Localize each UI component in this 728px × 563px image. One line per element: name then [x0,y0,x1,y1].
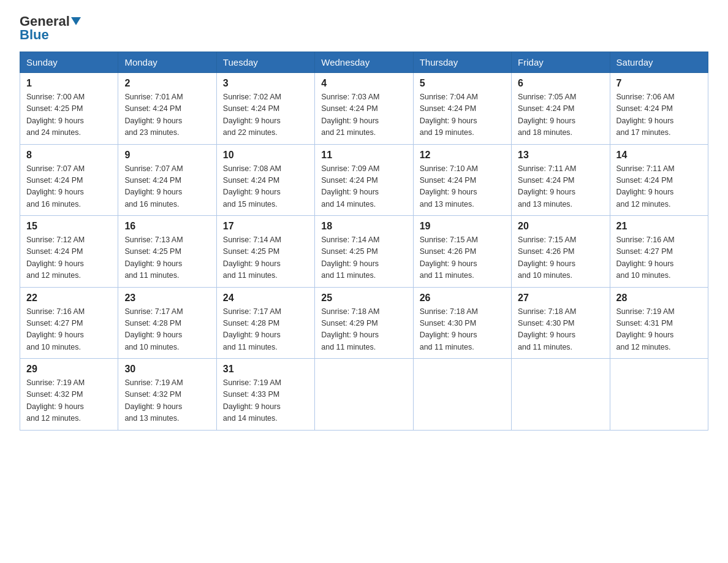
calendar-cell [413,359,511,431]
day-number: 6 [518,78,603,89]
calendar-cell: 20Sunrise: 7:15 AMSunset: 4:26 PMDayligh… [512,216,610,288]
day-number: 26 [420,293,505,304]
calendar-cell: 24Sunrise: 7:17 AMSunset: 4:28 PMDayligh… [216,287,314,359]
day-number: 22 [26,293,112,304]
day-number: 14 [616,150,702,161]
weekday-header-monday: Monday [118,52,216,73]
calendar-cell: 9Sunrise: 7:07 AMSunset: 4:24 PMDaylight… [118,144,216,216]
weekday-header-sunday: Sunday [20,52,118,73]
calendar-cell: 17Sunrise: 7:14 AMSunset: 4:25 PMDayligh… [216,216,314,288]
day-number: 12 [420,150,505,161]
day-info: Sunrise: 7:19 AMSunset: 4:32 PMDaylight:… [26,377,112,425]
day-info: Sunrise: 7:18 AMSunset: 4:30 PMDaylight:… [420,306,505,354]
day-number: 20 [518,221,603,232]
day-info: Sunrise: 7:16 AMSunset: 4:27 PMDaylight:… [26,306,112,354]
logo-blue-text: Blue [20,28,49,42]
day-number: 30 [124,364,210,375]
day-info: Sunrise: 7:19 AMSunset: 4:32 PMDaylight:… [124,377,210,425]
day-number: 21 [616,221,702,232]
day-info: Sunrise: 7:02 AMSunset: 4:24 PMDaylight:… [223,91,308,139]
day-number: 11 [321,150,406,161]
day-info: Sunrise: 7:14 AMSunset: 4:25 PMDaylight:… [321,234,406,282]
day-number: 10 [223,150,308,161]
day-number: 27 [518,293,603,304]
day-number: 19 [420,221,505,232]
calendar-cell: 6Sunrise: 7:05 AMSunset: 4:24 PMDaylight… [512,73,610,145]
day-info: Sunrise: 7:12 AMSunset: 4:24 PMDaylight:… [26,234,112,282]
calendar-cell: 23Sunrise: 7:17 AMSunset: 4:28 PMDayligh… [118,287,216,359]
week-row-4: 22Sunrise: 7:16 AMSunset: 4:27 PMDayligh… [20,287,708,359]
day-number: 2 [124,78,210,89]
weekday-header-thursday: Thursday [413,52,511,73]
day-number: 28 [616,293,702,304]
calendar-cell: 16Sunrise: 7:13 AMSunset: 4:25 PMDayligh… [118,216,216,288]
weekday-header-friday: Friday [512,52,610,73]
calendar-cell [315,359,413,431]
calendar-cell: 19Sunrise: 7:15 AMSunset: 4:26 PMDayligh… [413,216,511,288]
day-number: 25 [321,293,406,304]
day-info: Sunrise: 7:18 AMSunset: 4:30 PMDaylight:… [518,306,603,354]
calendar-table: SundayMondayTuesdayWednesdayThursdayFrid… [20,52,708,431]
day-number: 8 [26,150,112,161]
day-number: 3 [223,78,308,89]
day-info: Sunrise: 7:11 AMSunset: 4:24 PMDaylight:… [518,163,603,211]
calendar-cell: 4Sunrise: 7:03 AMSunset: 4:24 PMDaylight… [315,73,413,145]
calendar-cell: 1Sunrise: 7:00 AMSunset: 4:25 PMDaylight… [20,73,118,145]
calendar-cell: 22Sunrise: 7:16 AMSunset: 4:27 PMDayligh… [20,287,118,359]
day-info: Sunrise: 7:14 AMSunset: 4:25 PMDaylight:… [223,234,308,282]
day-info: Sunrise: 7:17 AMSunset: 4:28 PMDaylight:… [223,306,308,354]
day-number: 4 [321,78,406,89]
day-info: Sunrise: 7:11 AMSunset: 4:24 PMDaylight:… [616,163,702,211]
day-info: Sunrise: 7:07 AMSunset: 4:24 PMDaylight:… [124,163,210,211]
day-info: Sunrise: 7:04 AMSunset: 4:24 PMDaylight:… [420,91,505,139]
day-info: Sunrise: 7:16 AMSunset: 4:27 PMDaylight:… [616,234,702,282]
logo: General Blue [20,15,81,42]
day-info: Sunrise: 7:15 AMSunset: 4:26 PMDaylight:… [518,234,603,282]
day-info: Sunrise: 7:15 AMSunset: 4:26 PMDaylight:… [420,234,505,282]
day-info: Sunrise: 7:03 AMSunset: 4:24 PMDaylight:… [321,91,406,139]
calendar-cell: 13Sunrise: 7:11 AMSunset: 4:24 PMDayligh… [512,144,610,216]
day-number: 17 [223,221,308,232]
day-number: 13 [518,150,603,161]
day-number: 9 [124,150,210,161]
calendar-cell [512,359,610,431]
calendar-cell: 15Sunrise: 7:12 AMSunset: 4:24 PMDayligh… [20,216,118,288]
logo-triangle-icon [71,17,81,25]
day-info: Sunrise: 7:06 AMSunset: 4:24 PMDaylight:… [616,91,702,139]
week-row-3: 15Sunrise: 7:12 AMSunset: 4:24 PMDayligh… [20,216,708,288]
calendar-cell: 8Sunrise: 7:07 AMSunset: 4:24 PMDaylight… [20,144,118,216]
calendar-cell: 25Sunrise: 7:18 AMSunset: 4:29 PMDayligh… [315,287,413,359]
calendar-cell: 18Sunrise: 7:14 AMSunset: 4:25 PMDayligh… [315,216,413,288]
day-number: 15 [26,221,112,232]
calendar-cell: 28Sunrise: 7:19 AMSunset: 4:31 PMDayligh… [610,287,708,359]
day-number: 29 [26,364,112,375]
weekday-header-row: SundayMondayTuesdayWednesdayThursdayFrid… [20,52,708,73]
calendar-cell: 21Sunrise: 7:16 AMSunset: 4:27 PMDayligh… [610,216,708,288]
weekday-header-wednesday: Wednesday [315,52,413,73]
calendar-cell: 30Sunrise: 7:19 AMSunset: 4:32 PMDayligh… [118,359,216,431]
calendar-cell: 29Sunrise: 7:19 AMSunset: 4:32 PMDayligh… [20,359,118,431]
calendar-cell: 14Sunrise: 7:11 AMSunset: 4:24 PMDayligh… [610,144,708,216]
day-number: 1 [26,78,112,89]
day-info: Sunrise: 7:10 AMSunset: 4:24 PMDaylight:… [420,163,505,211]
day-info: Sunrise: 7:01 AMSunset: 4:24 PMDaylight:… [124,91,210,139]
week-row-1: 1Sunrise: 7:00 AMSunset: 4:25 PMDaylight… [20,73,708,145]
calendar-cell: 31Sunrise: 7:19 AMSunset: 4:33 PMDayligh… [216,359,314,431]
calendar-cell: 3Sunrise: 7:02 AMSunset: 4:24 PMDaylight… [216,73,314,145]
day-info: Sunrise: 7:09 AMSunset: 4:24 PMDaylight:… [321,163,406,211]
day-info: Sunrise: 7:17 AMSunset: 4:28 PMDaylight:… [124,306,210,354]
day-info: Sunrise: 7:05 AMSunset: 4:24 PMDaylight:… [518,91,603,139]
logo-general-text: General [20,15,81,28]
day-number: 16 [124,221,210,232]
day-number: 31 [223,364,308,375]
calendar-cell: 2Sunrise: 7:01 AMSunset: 4:24 PMDaylight… [118,73,216,145]
weekday-header-tuesday: Tuesday [216,52,314,73]
day-info: Sunrise: 7:19 AMSunset: 4:33 PMDaylight:… [223,377,308,425]
calendar-cell: 11Sunrise: 7:09 AMSunset: 4:24 PMDayligh… [315,144,413,216]
calendar-cell: 27Sunrise: 7:18 AMSunset: 4:30 PMDayligh… [512,287,610,359]
calendar-cell: 12Sunrise: 7:10 AMSunset: 4:24 PMDayligh… [413,144,511,216]
weekday-header-saturday: Saturday [610,52,708,73]
page-header: General Blue [20,15,708,42]
calendar-cell: 7Sunrise: 7:06 AMSunset: 4:24 PMDaylight… [610,73,708,145]
day-number: 7 [616,78,702,89]
